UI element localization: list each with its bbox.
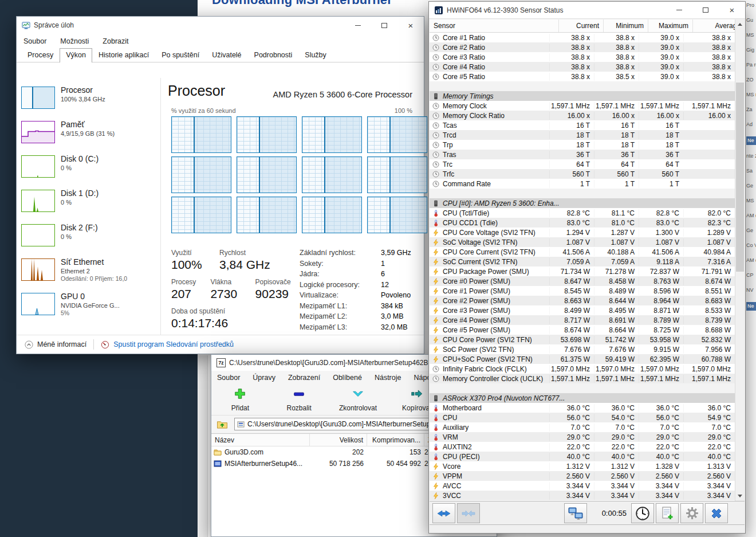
sensor-row[interactable]: Core #1 Ratio38.8 x38.8 x39.0 x38.8 x <box>430 33 735 42</box>
close-button[interactable]: × <box>719 2 745 18</box>
sensor-row[interactable]: Memory Controller Clock (UCLK)1,597.1 MH… <box>430 374 735 383</box>
tab-výkon[interactable]: Výkon <box>60 48 92 62</box>
clock-button[interactable] <box>631 503 654 523</box>
file-column-k[interactable]: Komprimovan... <box>367 434 424 446</box>
scroll-down-button[interactable] <box>735 491 745 501</box>
sensor-row[interactable]: AVCC3.344 V3.344 V3.344 V3.344 V <box>430 481 735 491</box>
maximize-button[interactable] <box>692 2 719 18</box>
sensor-row[interactable]: CPU (Tctl/Tdie)82.8 °C81.1 °C82.8 °C82.0… <box>430 208 735 218</box>
sensor-section-header[interactable]: ASRock X370 Pro4 (Nuvoton NCT677... <box>430 393 735 403</box>
sensor-row[interactable]: 3VCC3.344 V3.344 V3.344 V3.344 V <box>430 491 735 500</box>
sensor-row[interactable]: Core #3 Ratio38.8 x38.8 x39.0 x38.8 x <box>430 52 735 62</box>
tab-služby[interactable]: Služby <box>298 48 333 62</box>
scrollbar-thumb[interactable] <box>736 83 744 272</box>
menu-item[interactable]: Soubor <box>23 37 46 45</box>
toolbar-button-plus[interactable]: Přidat <box>219 387 261 412</box>
minimize-button[interactable] <box>666 2 692 18</box>
sensor-row[interactable]: Vcore1.312 V1.312 V1.328 V1.313 V <box>430 461 735 471</box>
tab-podrobnosti[interactable]: Podrobnosti <box>248 48 299 62</box>
tab-historie-aplikací[interactable]: Historie aplikací <box>92 48 155 62</box>
minimize-button[interactable] <box>345 17 371 34</box>
sensor-row[interactable]: Trp18 T18 T18 T <box>430 140 735 150</box>
column-header-minimum[interactable]: Minimum <box>604 19 648 32</box>
sensor-section-header[interactable]: CPU [#0]: AMD Ryzen 5 3600: Enha... <box>430 198 735 208</box>
sensor-row[interactable]: SoC Current (SVI2 TFN)7.059 A7.059 A9.11… <box>430 257 735 266</box>
folder-up-button[interactable] <box>215 417 230 431</box>
hwinfo-titlebar[interactable]: HWiNFO64 v6.12-3930 Sensor Status × <box>429 2 745 19</box>
sensor-row[interactable]: Trc64 T64 T64 T <box>430 159 735 169</box>
report-button[interactable] <box>656 503 679 523</box>
column-header-sensor[interactable]: Sensor <box>430 19 559 32</box>
chevron-up-circle-icon[interactable] <box>25 340 33 349</box>
exit-button[interactable] <box>705 503 728 523</box>
sidebar-item-mem[interactable]: Paměť4,9/15,9 GB (31 %) <box>21 120 160 154</box>
maximize-button[interactable] <box>371 17 397 34</box>
menu-item[interactable]: Soubor <box>217 374 240 382</box>
menu-item[interactable]: Zobrazení <box>288 374 320 382</box>
sensor-row[interactable]: Memory Clock1,597.1 MHz1,597.1 MHz1,597.… <box>430 101 735 111</box>
sensor-scrollbar[interactable] <box>735 19 745 501</box>
menu-item[interactable]: Oblíbené <box>333 374 362 382</box>
sensor-section-header[interactable]: Memory Timings <box>430 91 735 101</box>
remote-sensors-button[interactable] <box>564 503 587 523</box>
expand-columns-button[interactable] <box>432 503 455 523</box>
sensor-row[interactable]: Trfc560 T560 T560 T <box>430 169 735 179</box>
sensor-row[interactable]: Motherboard36.0 °C36.0 °C36.0 °C36.0 °C <box>430 403 735 413</box>
sensor-row[interactable]: Core #5 Power (SMU)8.674 W8.664 W8.725 W… <box>430 325 735 335</box>
sidebar-item-disk1[interactable]: Disk 1 (D:)0 % <box>21 189 160 223</box>
close-button[interactable]: × <box>397 17 424 34</box>
column-header-maximum[interactable]: Maximum <box>648 19 693 32</box>
sensor-row[interactable]: Core #4 Ratio38.8 x38.8 x39.0 x38.8 x <box>430 62 735 72</box>
less-info-toggle[interactable]: Méně informací <box>37 340 86 348</box>
sensor-row[interactable]: CPU (PECI)40.0 °C40.0 °C40.0 °C40.0 °C <box>430 452 735 461</box>
sensor-row[interactable]: Core #4 Power (SMU)8.717 W8.691 W8.789 W… <box>430 315 735 325</box>
toolbar-button-check[interactable]: Zkontrolovat <box>337 387 379 412</box>
sidebar-item-gpu[interactable]: GPU 0NVIDIA GeForce G...5% <box>21 292 160 326</box>
sensor-row[interactable]: Core #3 Power (SMU)8.499 W8.495 W8.871 W… <box>430 305 735 315</box>
file-column-n[interactable]: Název <box>211 434 310 446</box>
task-manager-titlebar[interactable]: Správce úloh × <box>17 17 424 34</box>
sensor-row[interactable]: VRM29.0 °C29.0 °C29.0 °C29.0 °C <box>430 432 735 442</box>
collapse-columns-button[interactable] <box>457 503 480 523</box>
sidebar-item-net[interactable]: Síť EthernetEthernet 2Odesílání: 0 Příje… <box>21 257 160 292</box>
sensor-row[interactable]: Core #2 Ratio38.8 x38.8 x39.0 x38.8 x <box>430 42 735 52</box>
sensor-row[interactable]: Memory Clock Ratio16.00 x16.00 x16.00 x1… <box>430 111 735 120</box>
sensor-row[interactable]: SoC Voltage (SVI2 TFN)1.087 V1.087 V1.08… <box>430 237 735 247</box>
sensor-row[interactable]: Core #0 Power (SMU)8.647 W8.458 W8.763 W… <box>430 276 735 286</box>
tab-po-spuštění[interactable]: Po spuštění <box>155 48 206 62</box>
sensor-row[interactable]: CPU Core Current (SVI2 TFN)41.506 A40.18… <box>430 247 735 257</box>
sensor-row[interactable]: CPU+SoC Power (SVI2 TFN)61.375 W59.419 W… <box>430 354 735 364</box>
menu-item[interactable]: Zobrazit <box>103 37 128 45</box>
scroll-up-button[interactable] <box>735 19 745 29</box>
sensor-row[interactable]: Core #5 Ratio38.8 x38.5 x39.0 x38.8 x <box>430 72 735 81</box>
sidebar-item-cpu[interactable]: Procesor100% 3,84 GHz <box>21 85 160 120</box>
file-column-s[interactable]: Velikost <box>310 434 367 446</box>
menu-item[interactable]: Úpravy <box>253 374 275 382</box>
sensor-row[interactable]: Tras36 T36 T36 T <box>430 150 735 159</box>
sensor-row[interactable]: Infinity Fabric Clock (FCLK)1,597.0 MHz1… <box>430 364 735 374</box>
tab-procesy[interactable]: Procesy <box>21 48 60 62</box>
column-header-current[interactable]: Current <box>559 19 604 32</box>
sensor-row[interactable]: Tcas16 T16 T16 T <box>430 120 735 130</box>
resource-monitor-link[interactable]: Spustit program Sledování prostředků <box>113 340 234 348</box>
sensor-row[interactable]: CPU Package Power (SMU)71.734 W71.278 W7… <box>430 266 735 276</box>
menu-item[interactable]: Nástroje <box>375 374 401 382</box>
toolbar-button-minus[interactable]: Rozbalit <box>278 387 320 412</box>
sensor-row[interactable]: CPU Core Power (SVI2 TFN)53.698 W51.742 … <box>430 335 735 344</box>
sensor-row[interactable]: CPU56.0 °C54.0 °C56.0 °C54.9 °C <box>430 413 735 422</box>
sensor-row[interactable]: VPPM2.560 V2.560 V2.560 V2.560 V <box>430 471 735 481</box>
sidebar-item-disk0[interactable]: Disk 0 (C:)0 % <box>21 154 160 189</box>
tab-uživatelé[interactable]: Uživatelé <box>206 48 247 62</box>
sensor-row[interactable]: Core #2 Power (SMU)8.663 W8.644 W8.964 W… <box>430 296 735 305</box>
sensor-row[interactable]: Auxiliary7.0 °C7.0 °C7.0 °C7.0 °C <box>430 422 735 432</box>
menu-item[interactable]: Možnosti <box>60 37 89 45</box>
sensor-row[interactable]: Trcd18 T18 T18 T <box>430 130 735 140</box>
sensor-row[interactable]: CPU Core Voltage (SVI2 TFN)1.294 V1.287 … <box>430 228 735 237</box>
settings-button[interactable] <box>680 503 703 523</box>
sensor-row[interactable]: Core #1 Power (SMU)8.545 W8.489 W8.596 W… <box>430 286 735 296</box>
sensor-row[interactable]: CPU CCD1 (Tdie)83.0 °C81.0 °C83.0 °C82.3… <box>430 218 735 228</box>
sensor-row[interactable]: SoC Power (SVI2 TFN)7.676 W7.676 W9.915 … <box>430 344 735 354</box>
sensor-row[interactable]: Command Rate1 T1 T1 T <box>430 179 735 189</box>
sidebar-item-disk2[interactable]: Disk 2 (F:)0 % <box>21 223 160 257</box>
page-scrollbar[interactable] <box>198 355 208 537</box>
